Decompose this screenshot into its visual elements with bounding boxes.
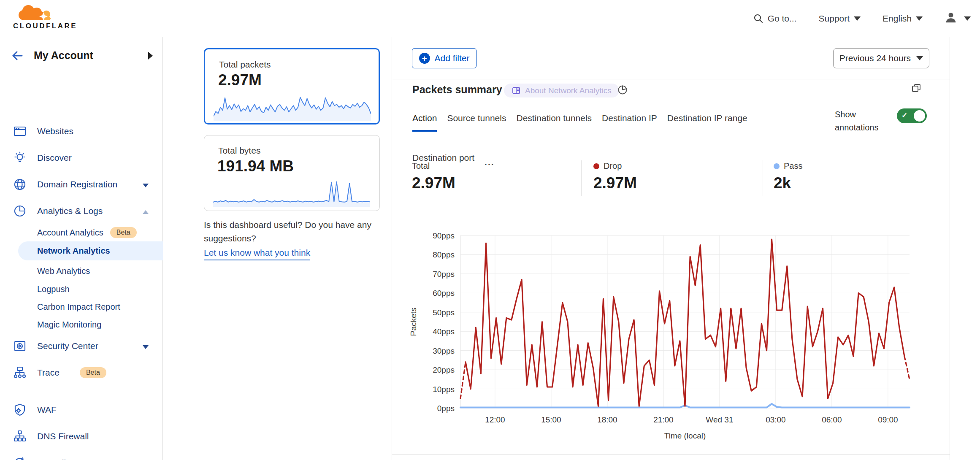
tab-destination-ip-range[interactable]: Destination IP range bbox=[667, 113, 747, 132]
drop-legend-dot bbox=[593, 163, 599, 169]
sidebar-item-discover[interactable]: Discover bbox=[0, 148, 163, 168]
sidebar-item-account-analytics[interactable]: Account Analytics Beta bbox=[0, 223, 163, 242]
sidebar-item-websites[interactable]: Websites bbox=[0, 122, 163, 141]
panel-top-divider bbox=[392, 79, 950, 79]
account-menu[interactable] bbox=[945, 11, 971, 26]
svg-text:12:00: 12:00 bbox=[485, 415, 505, 424]
panel-bottom-divider bbox=[392, 455, 950, 455]
svg-text:18:00: 18:00 bbox=[597, 415, 617, 424]
svg-text:60pps: 60pps bbox=[433, 289, 455, 298]
chevron-down-icon bbox=[916, 56, 923, 60]
logo-wordmark: CLOUDFLARE bbox=[13, 22, 77, 30]
tab-source-tunnels[interactable]: Source tunnels bbox=[447, 113, 506, 132]
globe-icon bbox=[13, 177, 27, 192]
account-header-row: My Account bbox=[0, 37, 163, 74]
stat-label: Pass bbox=[784, 161, 802, 171]
tab-destination-tunnels[interactable]: Destination tunnels bbox=[516, 113, 592, 132]
total-packets-card[interactable]: Total packets 2.97M bbox=[204, 48, 380, 124]
feedback-line2: suggestions? bbox=[204, 232, 385, 245]
more-tabs-button[interactable]: ... bbox=[485, 157, 495, 167]
user-avatar-icon bbox=[945, 11, 957, 26]
language-menu[interactable]: English bbox=[883, 14, 923, 24]
beta-badge: Beta bbox=[110, 227, 137, 238]
pie-chart-icon[interactable] bbox=[617, 84, 628, 97]
support-menu[interactable]: Support bbox=[819, 14, 861, 24]
svg-text:Packets: Packets bbox=[409, 308, 418, 336]
chevron-down-icon bbox=[964, 16, 971, 21]
cloudflare-cloud-icon bbox=[19, 5, 51, 21]
plus-icon: + bbox=[419, 53, 430, 64]
sidebar-item-turnstile[interactable]: Turnstile bbox=[0, 453, 163, 460]
browser-window-icon bbox=[13, 124, 27, 138]
svg-text:80pps: 80pps bbox=[433, 250, 455, 259]
stat-pass: Pass 2k bbox=[774, 161, 802, 192]
svg-text:06:00: 06:00 bbox=[822, 415, 842, 424]
back-arrow-icon[interactable] bbox=[10, 49, 24, 63]
svg-text:20pps: 20pps bbox=[433, 365, 455, 374]
svg-text:70pps: 70pps bbox=[433, 270, 455, 279]
pass-legend-dot bbox=[774, 163, 780, 169]
sidebar-item-security-center[interactable]: Security Center bbox=[0, 336, 163, 356]
show-annotations-label: Show annotations bbox=[835, 108, 894, 134]
beta-badge: Beta bbox=[80, 367, 106, 378]
language-label: English bbox=[883, 14, 912, 24]
top-bar: CLOUDFLARE Go to... Support English bbox=[0, 0, 980, 37]
chevron-up-icon bbox=[143, 210, 149, 214]
sidebar-item-domain-registration[interactable]: Domain Registration bbox=[0, 175, 163, 194]
svg-text:90pps: 90pps bbox=[433, 231, 455, 240]
card-value: 2.97M bbox=[218, 71, 262, 89]
sidebar-item-trace[interactable]: Trace Beta bbox=[0, 363, 163, 382]
svg-text:09:00: 09:00 bbox=[878, 415, 898, 424]
sidebar-item-network-analytics[interactable]: Network Analytics bbox=[18, 241, 163, 260]
sidebar-item-logpush[interactable]: Logpush bbox=[0, 280, 163, 298]
show-annotations-toggle[interactable]: ✓ bbox=[897, 108, 927, 123]
stat-value: 2.97M bbox=[412, 174, 455, 192]
stat-drop: Drop 2.97M bbox=[593, 161, 637, 192]
rotate-check-icon bbox=[13, 456, 27, 460]
goto-label: Go to... bbox=[768, 14, 797, 24]
bytes-sparkline bbox=[213, 179, 370, 207]
sidebar-item-waf[interactable]: WAF bbox=[0, 400, 163, 419]
svg-text:21:00: 21:00 bbox=[653, 415, 674, 424]
feedback-block: Is this dashboard useful? Do you have an… bbox=[204, 218, 385, 260]
hierarchy-icon bbox=[13, 429, 27, 444]
sidebar-item-carbon-impact-report[interactable]: Carbon Impact Report bbox=[0, 298, 163, 316]
divider bbox=[6, 391, 154, 391]
sidebar-item-magic-monitoring[interactable]: Magic Monitoring bbox=[0, 315, 163, 334]
cloudflare-logo[interactable]: CLOUDFLARE bbox=[7, 3, 70, 35]
feedback-line1: Is this dashboard useful? Do you have an… bbox=[204, 218, 385, 232]
sidebar-item-web-analytics[interactable]: Web Analytics bbox=[0, 262, 163, 280]
sidebar-item-dns-firewall[interactable]: DNS Firewall bbox=[0, 427, 163, 446]
divider bbox=[763, 160, 763, 196]
stat-value: 2.97M bbox=[593, 174, 637, 192]
stat-label: Total bbox=[412, 161, 430, 171]
goto-search[interactable]: Go to... bbox=[753, 14, 797, 24]
check-icon: ✓ bbox=[901, 111, 907, 120]
svg-text:Time (local): Time (local) bbox=[664, 431, 706, 440]
card-label: Total packets bbox=[219, 60, 271, 70]
tab-action[interactable]: Action bbox=[412, 113, 437, 132]
cloudflare-dashboard: CLOUDFLARE Go to... Support English bbox=[0, 0, 980, 460]
svg-text:10pps: 10pps bbox=[433, 385, 455, 394]
support-label: Support bbox=[819, 14, 850, 24]
safe-icon bbox=[13, 339, 27, 353]
add-filter-button[interactable]: + Add filter bbox=[412, 48, 476, 68]
total-bytes-card[interactable]: Total bytes 191.94 MB bbox=[204, 135, 380, 211]
svg-text:Wed 31: Wed 31 bbox=[706, 415, 733, 424]
caret-right-icon[interactable] bbox=[148, 52, 153, 60]
chevron-down-icon bbox=[143, 345, 149, 349]
time-range-dropdown[interactable]: Previous 24 hours bbox=[833, 48, 929, 68]
card-label: Total bytes bbox=[218, 146, 260, 156]
tab-destination-ip[interactable]: Destination IP bbox=[602, 113, 657, 132]
feedback-link[interactable]: Let us know what you think bbox=[204, 246, 310, 260]
toggle-knob bbox=[914, 110, 925, 122]
svg-text:0pps: 0pps bbox=[437, 404, 455, 413]
stat-label: Drop bbox=[604, 161, 622, 171]
duplicate-panel-icon[interactable] bbox=[910, 82, 923, 96]
sidebar-item-analytics-logs[interactable]: Analytics & Logs bbox=[0, 201, 163, 221]
svg-text:40pps: 40pps bbox=[433, 327, 455, 336]
svg-text:50pps: 50pps bbox=[433, 308, 455, 317]
packets-time-series-chart[interactable]: 90pps80pps70pps60pps50pps40pps30pps20pps… bbox=[392, 226, 953, 441]
about-network-analytics-badge[interactable]: About Network Analytics bbox=[504, 84, 619, 97]
sidebar: My Account Websites Discover Domai bbox=[0, 37, 163, 460]
